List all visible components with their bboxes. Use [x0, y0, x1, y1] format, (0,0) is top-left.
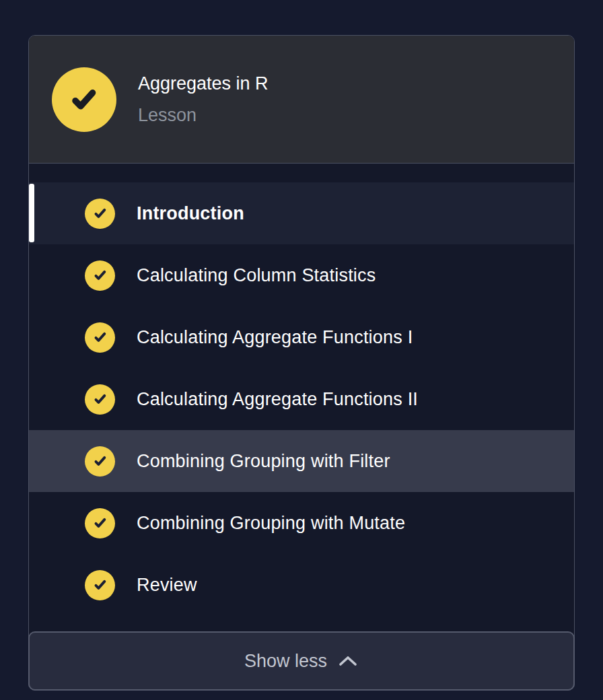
- lesson-item-label: Calculating Column Statistics: [137, 265, 376, 286]
- lesson-syllabus-card: Aggregates in R Lesson Introduction Calc…: [28, 35, 575, 691]
- completed-check-icon: [85, 570, 115, 600]
- lesson-completed-check-icon: [52, 67, 116, 132]
- lesson-item-label: Review: [137, 575, 197, 596]
- lesson-item-calculating-aggregate-functions-i[interactable]: Calculating Aggregate Functions I: [29, 306, 574, 368]
- lesson-item-combining-grouping-with-filter[interactable]: Combining Grouping with Filter: [29, 430, 574, 492]
- lesson-type-label: Lesson: [138, 104, 269, 127]
- completed-check-icon: [85, 260, 115, 291]
- lesson-item-combining-grouping-with-mutate[interactable]: Combining Grouping with Mutate: [29, 492, 574, 554]
- lesson-item-label: Introduction: [137, 203, 244, 224]
- lesson-item-calculating-column-statistics[interactable]: Calculating Column Statistics: [29, 244, 574, 306]
- completed-check-icon: [85, 446, 115, 477]
- completed-check-icon: [85, 508, 115, 538]
- show-less-button[interactable]: Show less: [28, 631, 575, 691]
- active-item-indicator: [29, 184, 34, 242]
- completed-check-icon: [85, 322, 115, 353]
- completed-check-icon: [85, 199, 115, 229]
- page-background: Aggregates in R Lesson Introduction Calc…: [0, 0, 603, 700]
- lesson-item-label: Combining Grouping with Mutate: [137, 513, 405, 534]
- completed-check-icon: [85, 384, 115, 415]
- lesson-item-introduction[interactable]: Introduction: [29, 182, 574, 244]
- lesson-header[interactable]: Aggregates in R Lesson: [29, 36, 574, 164]
- chevron-up-icon: [337, 654, 359, 668]
- lesson-list: Introduction Calculating Column Statisti…: [29, 164, 574, 690]
- lesson-item-label: Calculating Aggregate Functions I: [137, 327, 413, 348]
- show-less-label: Show less: [244, 651, 327, 672]
- lesson-title: Aggregates in R: [138, 72, 269, 95]
- lesson-header-text: Aggregates in R Lesson: [138, 72, 269, 127]
- lesson-item-label: Combining Grouping with Filter: [137, 451, 390, 472]
- lesson-item-label: Calculating Aggregate Functions II: [137, 389, 418, 410]
- lesson-item-calculating-aggregate-functions-ii[interactable]: Calculating Aggregate Functions II: [29, 368, 574, 430]
- lesson-item-review[interactable]: Review: [29, 554, 574, 616]
